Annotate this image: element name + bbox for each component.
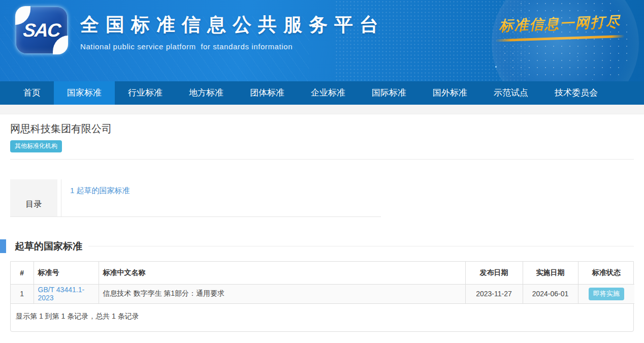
main-content: 网思科技集团有限公司 其他标准化机构 目录 1 起草的国家标准 起草的国家标准 … — [0, 122, 644, 332]
nav-item-international-standards[interactable]: 国际标准 — [359, 81, 420, 105]
table-header-row: # 标准号 标准中文名称 发布日期 实施日期 标准状态 — [11, 262, 634, 284]
cell-standard-code: GB/T 43441.1-2023 — [34, 284, 99, 303]
toc-links: 1 起草的国家标准 — [61, 179, 381, 216]
site-title-block: 全国标准信息公共服务平台 National public service pla… — [80, 12, 385, 51]
column-header-status: 标准状态 — [578, 262, 634, 284]
nav-item-group-standards[interactable]: 团体标准 — [237, 81, 298, 105]
nav-item-local-standards[interactable]: 地方标准 — [176, 81, 237, 105]
organization-type-badge: 其他标准化机构 — [10, 140, 62, 152]
cell-publish-date: 2023-11-27 — [465, 284, 523, 303]
header-slogan: 标准信息一网打尽 — [495, 14, 625, 40]
column-header-standard-name: 标准中文名称 — [99, 262, 465, 284]
cell-index: 1 — [11, 284, 34, 303]
section-marker-icon — [0, 239, 6, 253]
site-header: SAC 全国标准信息公共服务平台 National public service… — [0, 0, 644, 81]
sac-logo-text: SAC — [14, 7, 70, 53]
nav-item-pilot-programs[interactable]: 示范试点 — [480, 81, 541, 105]
standard-code-link[interactable]: GB/T 43441.1-2023 — [38, 286, 85, 302]
table-of-contents: 目录 1 起草的国家标准 — [10, 179, 381, 217]
toc-label: 目录 — [10, 179, 57, 216]
nav-item-enterprise-standards[interactable]: 企业标准 — [298, 81, 359, 105]
slogan-brush-underline — [495, 35, 625, 42]
divider — [10, 159, 634, 160]
nav-item-foreign-standards[interactable]: 国外标准 — [420, 81, 480, 105]
site-subtitle: National public service platform for sta… — [80, 42, 385, 51]
table-row: 1 GB/T 43441.1-2023 信息技术 数字孪生 第1部分：通用要求 … — [11, 284, 634, 303]
cell-standard-name: 信息技术 数字孪生 第1部分：通用要求 — [99, 284, 465, 303]
standards-table: # 标准号 标准中文名称 发布日期 实施日期 标准状态 1 GB/T 43441… — [11, 262, 634, 304]
column-header-publish-date: 发布日期 — [465, 262, 523, 284]
toc-link-drafted-standards[interactable]: 1 起草的国家标准 — [70, 186, 130, 195]
column-header-implement-date: 实施日期 — [523, 262, 578, 284]
section-header: 起草的国家标准 — [0, 239, 644, 253]
cell-implement-date: 2024-06-01 — [523, 284, 578, 303]
sac-logo[interactable]: SAC — [16, 7, 67, 53]
nav-item-home[interactable]: 首页 — [10, 81, 54, 105]
section-title-rule — [88, 246, 634, 246]
nav-item-industry-standards[interactable]: 行业标准 — [115, 81, 176, 105]
site-title: 全国标准信息公共服务平台 — [80, 12, 385, 38]
section-title: 起草的国家标准 — [15, 240, 82, 253]
cell-status: 即将实施 — [578, 284, 634, 303]
record-count-summary: 显示第 1 到第 1 条记录，总共 1 条记录 — [11, 304, 633, 331]
main-nav: 首页 国家标准 行业标准 地方标准 团体标准 企业标准 国际标准 国外标准 示范… — [0, 81, 644, 105]
organization-name: 网思科技集团有限公司 — [10, 122, 634, 136]
nav-item-technical-committees[interactable]: 技术委员会 — [541, 81, 611, 105]
standards-table-container: # 标准号 标准中文名称 发布日期 实施日期 标准状态 1 GB/T 43441… — [10, 261, 634, 332]
slogan-text: 标准信息一网打尽 — [495, 12, 625, 36]
column-header-standard-code: 标准号 — [34, 262, 99, 284]
column-header-index: # — [11, 262, 34, 284]
status-badge: 即将实施 — [589, 288, 624, 300]
nav-item-national-standards[interactable]: 国家标准 — [54, 81, 115, 105]
sub-nav-spacer — [0, 105, 644, 114]
